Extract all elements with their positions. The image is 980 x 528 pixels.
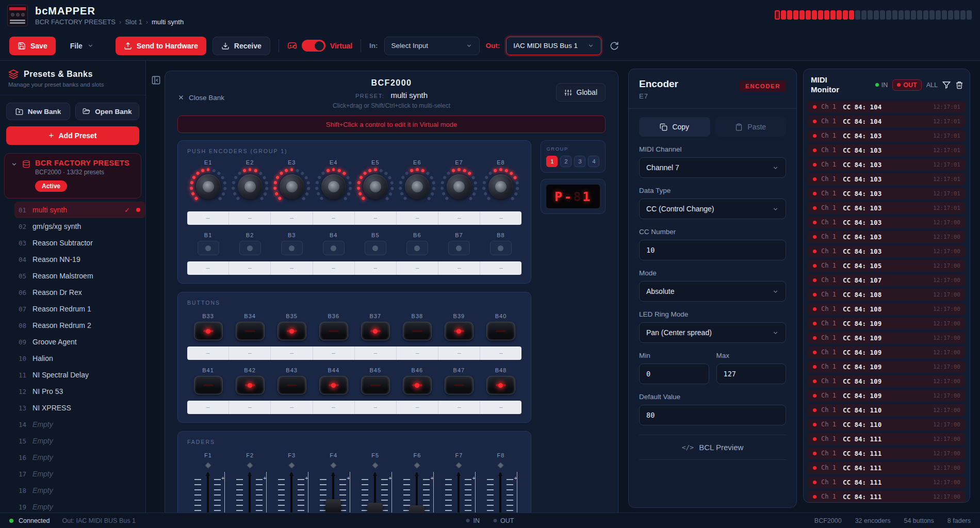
slot-pill[interactable]	[899, 10, 904, 20]
push-button-face[interactable]	[323, 241, 345, 255]
encoder-knob[interactable]	[440, 168, 478, 205]
push-button[interactable]: B5	[354, 232, 396, 255]
encoder[interactable]: E5	[354, 159, 396, 205]
slot-pill[interactable]	[923, 10, 928, 20]
preset-item[interactable]: 18Empty	[14, 482, 145, 499]
push-button[interactable]: B2	[229, 232, 271, 255]
fader-track[interactable]: +	[317, 472, 350, 513]
encoder-knob[interactable]	[315, 168, 352, 205]
led-button-face[interactable]	[277, 322, 306, 340]
led-button-face[interactable]	[486, 322, 515, 340]
slot-pill[interactable]	[843, 10, 848, 20]
fader-cap[interactable]	[367, 503, 383, 513]
led-button[interactable]: B45	[354, 367, 396, 394]
monitor-tab-out[interactable]: OUT	[892, 79, 921, 91]
led-button-face[interactable]	[194, 376, 223, 394]
preset-item[interactable]: 14Empty	[14, 416, 145, 433]
led-button-face[interactable]	[445, 322, 473, 340]
led-button[interactable]: B40	[480, 313, 521, 340]
led-button-face[interactable]	[319, 376, 348, 394]
preset-item[interactable]: 04Reason NN-19	[14, 251, 145, 268]
data-type-select[interactable]: CC (Control Change)	[639, 199, 786, 219]
min-input[interactable]: 0	[639, 364, 709, 384]
group-button[interactable]: 3	[574, 156, 585, 167]
refresh-ports-icon[interactable]	[610, 41, 619, 51]
slot-pill[interactable]	[824, 10, 829, 20]
slot-pill[interactable]	[787, 10, 792, 20]
encoder[interactable]: E2	[229, 159, 271, 205]
add-preset-button[interactable]: + Add Preset	[6, 126, 139, 145]
fader[interactable]: F2+	[229, 452, 271, 513]
encoder[interactable]: E1	[187, 159, 229, 205]
slot-pill[interactable]	[799, 10, 805, 20]
led-button[interactable]: B42	[229, 367, 271, 394]
preset-item[interactable]: 13NI XPRESS	[14, 400, 145, 416]
led-button[interactable]: B38	[396, 313, 438, 340]
push-button-face[interactable]	[448, 241, 470, 255]
led-button[interactable]: B41	[187, 367, 229, 394]
bank-item[interactable]: BCR FACTORY PRESETS BCF2000 · 13/32 pres…	[4, 153, 141, 199]
slot-pill[interactable]	[837, 10, 842, 20]
led-button[interactable]: B48	[480, 367, 521, 394]
led-button[interactable]: B43	[271, 367, 313, 394]
led-button[interactable]: B37	[354, 313, 396, 340]
preset-item[interactable]: 02gm/gs/xg synth	[14, 218, 145, 235]
preset-item[interactable]: 06Reason Dr Rex	[14, 284, 145, 301]
copy-button[interactable]: Copy	[639, 117, 710, 137]
slot-pill[interactable]	[861, 10, 867, 20]
slot-pill[interactable]	[874, 10, 879, 20]
led-button-face[interactable]	[236, 376, 265, 394]
slot-pill[interactable]	[793, 10, 798, 20]
encoder-knob[interactable]	[482, 168, 519, 205]
led-button-face[interactable]	[403, 376, 432, 394]
slot-pill[interactable]	[954, 10, 959, 20]
push-button-face[interactable]	[490, 241, 512, 255]
slot-pill[interactable]	[929, 10, 935, 20]
group-button[interactable]: 1	[546, 156, 558, 167]
slot-pill[interactable]	[967, 10, 972, 20]
push-button[interactable]: B1	[187, 232, 229, 255]
preset-item[interactable]: 15Empty	[14, 433, 145, 449]
encoder[interactable]: E7	[438, 159, 480, 205]
slot-pill[interactable]	[855, 10, 860, 20]
preset-item[interactable]: 08Reason Redrum 2	[14, 317, 145, 334]
led-button[interactable]: B44	[313, 367, 354, 394]
led-button[interactable]: B46	[396, 367, 438, 394]
mode-select[interactable]: Absolute	[639, 281, 786, 302]
midi-out-select[interactable]: IAC MIDI BUS Bus 1	[506, 37, 601, 55]
preset-item[interactable]: 03Reason Subtractor	[14, 235, 145, 251]
preset-item[interactable]: 11NI Spectral Delay	[14, 367, 145, 383]
encoder-knob[interactable]	[273, 168, 311, 205]
slot-pill[interactable]	[892, 10, 897, 20]
fader-track[interactable]: +	[234, 472, 267, 513]
slot-pill[interactable]	[868, 10, 873, 20]
filter-icon[interactable]	[942, 81, 951, 89]
push-button-face[interactable]	[239, 241, 261, 255]
fader-cap[interactable]	[409, 505, 424, 513]
fader[interactable]: F4+	[313, 452, 354, 513]
preset-item[interactable]: 19Empty	[14, 499, 145, 513]
midi-channel-select[interactable]: Channel 7	[639, 157, 786, 178]
encoder-knob[interactable]	[232, 168, 269, 205]
led-ring-mode-select[interactable]: Pan (Center spread)	[639, 322, 786, 343]
breadcrumb-slot[interactable]: Slot 1	[125, 18, 142, 26]
push-button-face[interactable]	[281, 241, 303, 255]
led-button-face[interactable]	[486, 376, 515, 394]
save-button[interactable]: Save	[9, 37, 56, 55]
default-value-input[interactable]: 80	[639, 405, 786, 425]
encoder[interactable]: E4	[313, 159, 354, 205]
led-button[interactable]: B35	[271, 313, 313, 340]
encoder[interactable]: E3	[271, 159, 313, 205]
slot-pill[interactable]	[905, 10, 910, 20]
group-button[interactable]: 4	[588, 156, 599, 167]
push-button[interactable]: B7	[438, 232, 480, 255]
push-button[interactable]: B8	[480, 232, 521, 255]
breadcrumb-bank[interactable]: BCR FACTORY PRESETS	[35, 18, 116, 26]
slot-pill[interactable]	[806, 10, 811, 20]
global-button[interactable]: Global	[556, 83, 606, 102]
slot-pill[interactable]	[781, 10, 786, 20]
max-input[interactable]: 127	[716, 364, 787, 384]
preset-item[interactable]: 01multi synth✓	[14, 202, 145, 218]
collapse-sidebar-icon[interactable]	[151, 75, 161, 85]
led-button-face[interactable]	[361, 322, 390, 340]
